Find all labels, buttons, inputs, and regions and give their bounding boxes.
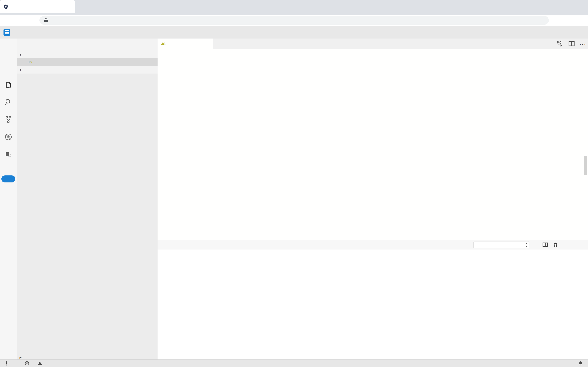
git-branch-item[interactable] bbox=[5, 361, 11, 366]
app-logo-icon[interactable] bbox=[3, 29, 10, 36]
new-terminal-icon[interactable] bbox=[532, 242, 538, 248]
editor-scrollbar[interactable] bbox=[584, 156, 587, 175]
browser-tab[interactable] bbox=[0, 0, 75, 13]
source-control-icon[interactable] bbox=[4, 115, 13, 124]
kill-terminal-icon[interactable] bbox=[552, 242, 559, 248]
search-icon[interactable] bbox=[4, 98, 13, 106]
bell-icon[interactable] bbox=[578, 361, 583, 366]
chevron-down-icon: ▾ bbox=[20, 52, 23, 57]
chevron-down-icon: ▾ bbox=[20, 67, 23, 72]
terminal[interactable] bbox=[157, 250, 588, 360]
split-editor-icon[interactable] bbox=[568, 40, 575, 47]
git-branch-icon bbox=[5, 361, 10, 366]
htop-function-keys bbox=[157, 261, 588, 267]
browser-tab-strip bbox=[0, 0, 588, 15]
status-left bbox=[5, 361, 56, 366]
file-tree bbox=[17, 74, 157, 355]
debug-disabled-icon[interactable] bbox=[4, 133, 13, 141]
warning-icon bbox=[37, 361, 42, 366]
editor-tab[interactable]: JS bbox=[157, 39, 213, 49]
error-icon bbox=[25, 361, 29, 366]
explorer-icon[interactable] bbox=[4, 81, 13, 89]
bottom-panel: ▲▼ bbox=[157, 240, 588, 360]
screen: ▾ JS ▾ ▸ JS bbox=[0, 0, 588, 367]
code-editor[interactable] bbox=[157, 49, 588, 240]
js-file-icon: JS bbox=[161, 42, 168, 46]
minimap[interactable] bbox=[539, 50, 583, 240]
menu-bar bbox=[0, 26, 588, 39]
warnings-item[interactable] bbox=[37, 361, 44, 366]
errors-item[interactable] bbox=[25, 361, 31, 366]
sidebar-title bbox=[17, 39, 157, 51]
split-terminal-icon[interactable] bbox=[542, 242, 549, 248]
chevron-right-icon: ▸ bbox=[20, 355, 22, 359]
open-editors-header[interactable]: ▾ bbox=[17, 51, 157, 58]
status-bar bbox=[0, 359, 588, 367]
explorer-sidebar: ▾ JS ▾ ▸ bbox=[17, 39, 158, 359]
extensions-icon[interactable] bbox=[4, 150, 13, 159]
outline-header[interactable]: ▸ bbox=[17, 355, 157, 359]
select-arrows-icon: ▲▼ bbox=[525, 242, 528, 248]
panel-header: ▲▼ bbox=[157, 240, 588, 250]
js-file-icon: JS bbox=[28, 60, 35, 64]
open-editor-item[interactable]: JS bbox=[17, 58, 157, 66]
activity-bar bbox=[0, 39, 17, 359]
more-actions-icon[interactable]: ⋯ bbox=[579, 41, 586, 48]
status-right bbox=[522, 361, 583, 366]
close-panel-icon[interactable] bbox=[571, 242, 578, 248]
status-badge[interactable] bbox=[1, 175, 15, 183]
open-changes-icon[interactable] bbox=[556, 40, 563, 47]
maximize-panel-icon[interactable] bbox=[562, 242, 568, 248]
coder-favicon-icon bbox=[3, 4, 8, 9]
address-bar[interactable] bbox=[39, 16, 549, 25]
terminal-picker[interactable]: ▲▼ bbox=[473, 241, 529, 248]
workspace-header[interactable]: ▾ bbox=[17, 66, 157, 73]
lock-icon bbox=[44, 20, 48, 22]
browser-toolbar bbox=[0, 15, 588, 27]
editor-tab-bar: JS ⋯ bbox=[157, 39, 588, 49]
